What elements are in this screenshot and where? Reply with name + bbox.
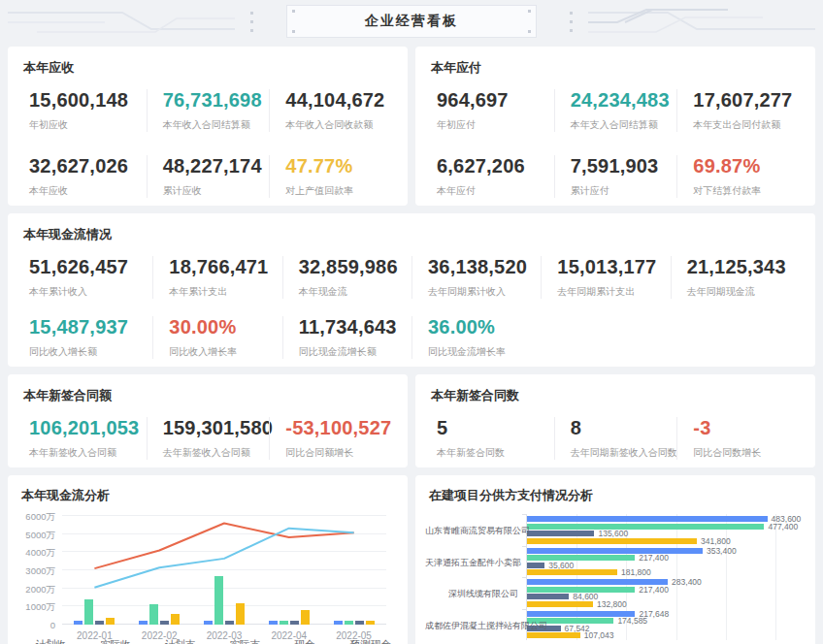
stat-value: 11,734,643 <box>299 316 412 338</box>
stat-cashflow-2: 32,859,986本年现金流 <box>282 256 412 299</box>
legend-item-现金流[interactable]: 现金流 <box>280 638 321 644</box>
stat-label: 对下结算付款率 <box>693 184 800 198</box>
category-label: 天津通拓五金配件小卖部 <box>425 557 518 569</box>
category-label: 成都佐伊混凝土搅拌站有限公司 <box>425 620 518 632</box>
stat-cashflow-4: 15,013,177去年同期累计支出 <box>541 256 670 299</box>
legend-item-实际支出[interactable]: 实际支出 <box>215 638 265 644</box>
stat-value: 15,013,177 <box>557 256 670 278</box>
page-title: 企业经营看板 <box>365 13 458 30</box>
stat-value: 32,859,986 <box>299 256 412 278</box>
stat-receivable-0: 15,600,148年初应收 <box>23 89 147 132</box>
stat-value: 24,234,483 <box>571 89 677 112</box>
gridline <box>726 514 727 640</box>
stat-value: 30.00% <box>169 316 281 338</box>
stat-label: 本年支入合同结算额 <box>571 118 677 132</box>
bar-value-label: 283,400 <box>672 579 702 585</box>
chart-title: 本年现金流分析 <box>21 487 394 504</box>
stat-contract-count-0: 5本年新签合同数 <box>431 417 554 460</box>
page-header: 企业经营看板 <box>8 4 815 39</box>
stat-payable-0: 964,697年初应付 <box>431 89 554 132</box>
card-new-contract-amount: 本年新签合同额 106,201,053本年新签收入合同额159,301,580去… <box>8 374 408 467</box>
stat-label: 去年新签收入合同额 <box>163 446 270 460</box>
stat-receivable-3: 32,627,026本年应收 <box>23 155 147 198</box>
stat-label: 同比收入增长额 <box>29 345 152 359</box>
legend-label: 预测现金流 <box>350 638 394 644</box>
stat-value: 964,697 <box>437 89 554 112</box>
legend-item-实际收入[interactable]: 实际收入 <box>86 638 136 644</box>
stat-label: 同比收入增长率 <box>169 345 281 359</box>
stats-grid: 964,697年初应付24,234,483本年支入合同结算额17,607,277… <box>431 89 800 198</box>
stat-cashflow-1: 18,766,471本年累计支出 <box>152 256 281 299</box>
bar-value-label: 217,400 <box>639 555 669 561</box>
stat-value: 18,766,471 <box>169 256 281 278</box>
legend-label: 实际收入 <box>100 638 135 644</box>
stat-value: 6,627,206 <box>437 155 554 177</box>
axis-tick <box>522 514 526 515</box>
stat-value: 32,627,026 <box>29 155 147 177</box>
stat-label: 同比现金流增长率 <box>428 345 541 359</box>
stat-label: 累计应付 <box>571 184 677 198</box>
axis-tick <box>522 546 526 547</box>
chart-legend: 计划收入实际收入计划支出实际支出现金流预测现金流 <box>21 638 394 644</box>
stat-label: 去年同期累计收入 <box>428 285 541 299</box>
legend-item-预测现金流[interactable]: 预测现金流 <box>336 638 394 644</box>
stat-label: 本年累计收入 <box>29 285 152 299</box>
bar-累计付款金额 <box>527 563 544 568</box>
y-axis-label: 0 <box>21 620 55 630</box>
y-axis-label: 1000万 <box>21 601 55 614</box>
stat-label: 去年同期累计支出 <box>557 285 670 299</box>
stat-value: 36,138,520 <box>428 256 541 278</box>
kpi-row-2: 本年现金流情况 51,626,457本年累计收入18,766,471本年累计支出… <box>8 213 815 367</box>
stat-value: 48,227,174 <box>163 155 270 177</box>
stat-payable-3: 6,627,206本年应付 <box>431 155 554 198</box>
legend-item-计划支出[interactable]: 计划支出 <box>150 638 200 644</box>
bar-value-label: 353,400 <box>707 548 737 554</box>
stat-payable-5: 69.87%对下结算付款率 <box>676 155 800 198</box>
stat-value: 47.77% <box>285 155 392 177</box>
category-label: 山东青睢商流贸易有限公司 <box>425 525 518 537</box>
bar-应付金额 <box>527 601 593 607</box>
stat-value: 44,104,672 <box>285 89 392 112</box>
bar-累计付款金额 <box>527 594 569 599</box>
card-supplier-payment-chart: 在建项目分供方支付情况分析 483,600477,400135,600341,8… <box>415 475 815 644</box>
stat-value: 159,301,580 <box>163 417 270 439</box>
stat-value: 5 <box>437 417 554 439</box>
kpi-row-1: 本年应收 15,600,148年初应收76,731,698本年收入合同结算额44… <box>8 47 815 206</box>
plot-area <box>62 516 386 625</box>
bar-应付金额 <box>527 538 697 544</box>
legend-item-计划收入[interactable]: 计划收入 <box>21 638 71 644</box>
bar-value-label: 35,600 <box>548 563 574 568</box>
gridline <box>775 514 776 640</box>
stat-value: -53,100,527 <box>285 417 392 439</box>
bar-value-label: 477,400 <box>768 524 798 530</box>
stat-label: 本年收入合同结算额 <box>163 118 270 132</box>
stat-value: 7,591,903 <box>571 155 677 177</box>
stat-contract-amount-1: 159,301,580去年新签收入合同额 <box>147 417 270 460</box>
bar-应付金额 <box>527 569 617 575</box>
chart-title: 在建项目分供方支付情况分析 <box>429 487 802 504</box>
stats-grid: 5本年新签合同数8去年同期新签收入合同数-3同比合同数增长 <box>431 417 800 460</box>
card-title: 本年新签合同数 <box>431 387 800 404</box>
stat-label: 本年应付 <box>437 184 554 198</box>
bar-累计付款金额 <box>527 531 594 536</box>
stat-label: 同比合同数增长 <box>693 446 800 460</box>
bar-value-label: 135,600 <box>598 531 628 536</box>
card-title: 本年应收 <box>23 59 392 77</box>
legend-label: 计划支出 <box>165 638 200 644</box>
axis-tick <box>522 609 526 610</box>
bar-value-label: 174,585 <box>617 618 647 624</box>
stat-value: 106,201,053 <box>29 417 147 439</box>
stat-label: 本年应收 <box>29 184 147 198</box>
stat-label: 本年现金流 <box>299 285 412 299</box>
bar-累计结算金额 <box>527 524 764 530</box>
stat-cashflow-7: 30.00%同比收入增长率 <box>152 316 281 359</box>
stat-receivable-2: 44,104,672本年收入合同收款额 <box>269 89 392 132</box>
corner-dot <box>292 10 295 13</box>
stat-payable-2: 17,607,277本年支出合同付款额 <box>676 89 800 132</box>
stat-value: 15,487,937 <box>29 316 152 338</box>
category-label: 深圳线缆有限公司 <box>425 588 518 600</box>
stats-grid: 15,600,148年初应收76,731,698本年收入合同结算额44,104,… <box>23 89 392 198</box>
stat-cashflow-0: 51,626,457本年累计收入 <box>23 256 152 299</box>
stat-contract-amount-0: 106,201,053本年新签收入合同额 <box>23 417 147 460</box>
stat-label: 本年累计支出 <box>169 285 281 299</box>
